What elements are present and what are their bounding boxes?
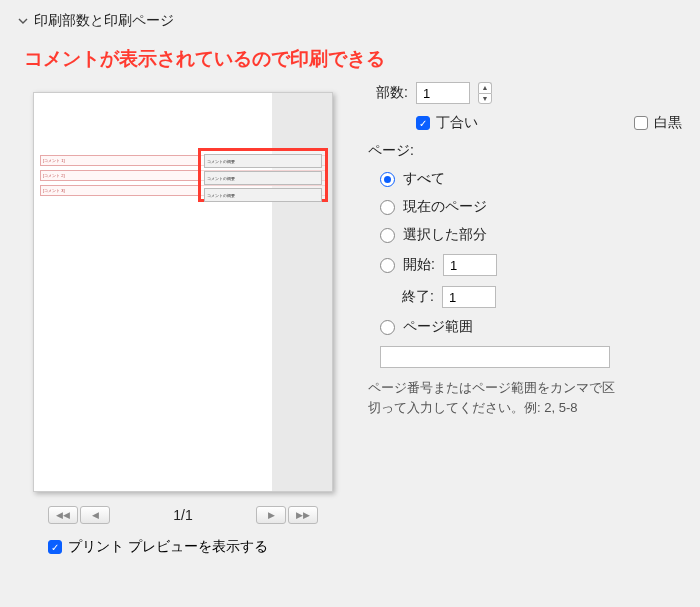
pages-all-radio[interactable]	[380, 172, 395, 187]
stepper-up-icon[interactable]: ▲	[478, 82, 492, 93]
section-header[interactable]: 印刷部数と印刷ページ	[18, 12, 682, 30]
prev-page-button[interactable]: ◀	[80, 506, 110, 524]
preview-nav-first-prev: ◀◀ ◀	[48, 506, 110, 524]
show-preview-checkbox[interactable]	[48, 540, 62, 554]
pages-all-label: すべて	[403, 170, 445, 188]
pages-selection-radio[interactable]	[380, 228, 395, 243]
first-page-button[interactable]: ◀◀	[48, 506, 78, 524]
pages-to-label: 終了:	[402, 288, 434, 306]
section-title: 印刷部数と印刷ページ	[34, 12, 174, 30]
next-page-button[interactable]: ▶	[256, 506, 286, 524]
pages-from-radio[interactable]	[380, 258, 395, 273]
last-page-button[interactable]: ▶▶	[288, 506, 318, 524]
stepper-down-icon[interactable]: ▼	[478, 93, 492, 105]
pages-current-label: 現在のページ	[403, 198, 487, 216]
pages-to-input[interactable]	[442, 286, 496, 308]
page-indicator: 1/1	[173, 507, 192, 523]
print-preview-page: [コメント 1] [コメント 2] [コメント 3] コメントの概要 コメントの…	[33, 92, 333, 492]
pages-range-label: ページ範囲	[403, 318, 473, 336]
pages-label: ページ:	[368, 142, 682, 160]
chevron-down-icon	[18, 16, 28, 26]
pages-from-input[interactable]	[443, 254, 497, 276]
show-preview-label: プリント プレビューを表示する	[68, 538, 268, 556]
comment-item: コメントの概要	[204, 171, 322, 185]
copies-input[interactable]	[416, 82, 470, 104]
pages-range-radio[interactable]	[380, 320, 395, 335]
collate-checkbox[interactable]	[416, 116, 430, 130]
copies-label: 部数:	[368, 84, 408, 102]
preview-nav-next-last: ▶ ▶▶	[256, 506, 318, 524]
pages-selection-label: 選択した部分	[403, 226, 487, 244]
bw-label: 白黒	[654, 114, 682, 132]
copies-stepper[interactable]: ▲ ▼	[478, 82, 492, 104]
pages-from-label: 開始:	[403, 256, 435, 274]
collate-label: 丁合い	[436, 114, 478, 132]
annotation-text: コメントが表示されているので印刷できる	[24, 46, 682, 72]
pages-current-radio[interactable]	[380, 200, 395, 215]
bw-checkbox[interactable]	[634, 116, 648, 130]
comments-highlight-box: コメントの概要 コメントの概要 コメントの概要	[198, 148, 328, 202]
comment-item: コメントの概要	[204, 188, 322, 202]
pages-range-input[interactable]	[380, 346, 610, 368]
comment-item: コメントの概要	[204, 154, 322, 168]
pages-hint: ページ番号またはページ範囲をカンマで区切って入力してください。例: 2, 5-8	[368, 378, 618, 417]
